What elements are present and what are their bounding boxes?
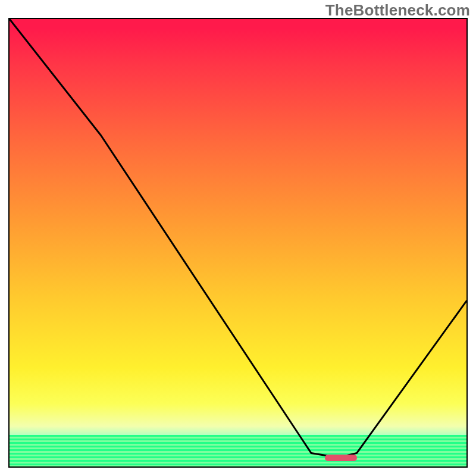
bottleneck-chart: TheBottleneck.com	[0, 0, 476, 476]
bottleneck-curve	[10, 19, 466, 466]
watermark-text: TheBottleneck.com	[325, 1, 470, 20]
plot-area	[8, 18, 468, 468]
optimal-range-marker	[325, 455, 357, 461]
curve-path	[10, 19, 466, 458]
